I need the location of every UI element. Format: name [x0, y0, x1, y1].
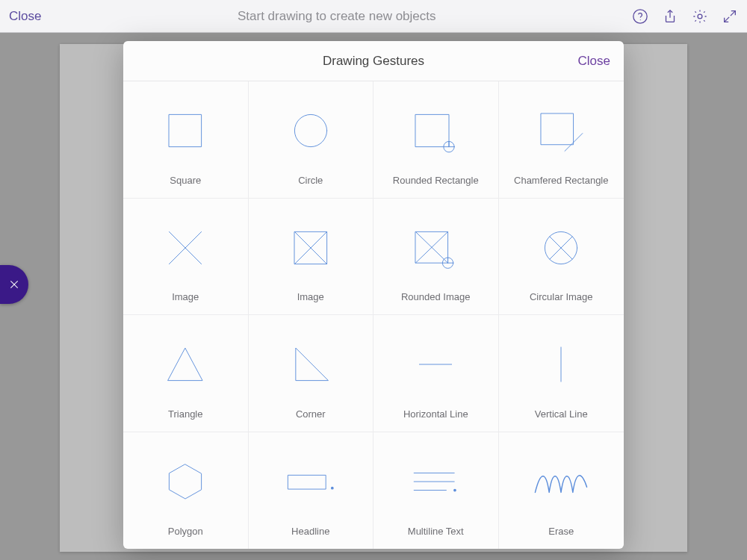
svg-point-33	[331, 487, 334, 490]
share-icon[interactable]	[662, 8, 678, 25]
expand-icon[interactable]	[722, 8, 738, 25]
gesture-label: Vertical Line	[535, 408, 588, 420]
svg-rect-32	[288, 476, 326, 490]
gesture-cell-image-boxed[interactable]: Image	[249, 199, 374, 316]
toolbar-right-icons	[632, 8, 738, 25]
gesture-cell-horizontal-line[interactable]: Horizontal Line	[374, 315, 499, 432]
gesture-cell-triangle[interactable]: Triangle	[123, 315, 249, 432]
gesture-cell-square[interactable]: Square	[123, 81, 249, 199]
gesture-cell-vertical-line[interactable]: Vertical Line	[499, 315, 624, 432]
gesture-label: Circle	[298, 175, 323, 186]
svg-rect-11	[542, 113, 574, 145]
gesture-cell-circle[interactable]: Circle	[249, 81, 374, 199]
svg-marker-27	[168, 349, 202, 381]
erase-icon	[505, 443, 619, 522]
circular-image-icon	[505, 209, 619, 287]
chamfered-rectangle-icon	[505, 92, 619, 170]
horizontal-line-icon	[379, 326, 492, 404]
svg-rect-5	[170, 115, 202, 147]
modal-close-button[interactable]: Close	[578, 41, 610, 81]
modal-header: Drawing Gestures Close	[123, 41, 624, 81]
gesture-label: Polygon	[168, 526, 203, 537]
multiline-text-icon	[379, 443, 492, 522]
polygon-icon	[129, 443, 242, 522]
circle-icon	[255, 92, 368, 170]
corner-icon	[255, 326, 368, 404]
headline-icon	[255, 443, 368, 522]
gesture-label: Rounded Rectangle	[393, 175, 479, 186]
gesture-label: Image	[172, 291, 199, 302]
gesture-label: Horizontal Line	[403, 408, 468, 420]
vertical-line-icon	[505, 326, 619, 404]
gesture-cell-polygon[interactable]: Polygon	[123, 432, 249, 550]
gesture-cell-image-x[interactable]: Image	[123, 199, 249, 316]
gesture-cell-corner[interactable]: Corner	[249, 315, 374, 432]
rounded-image-icon	[379, 209, 492, 287]
help-icon[interactable]	[632, 8, 648, 25]
gesture-label: Image	[297, 291, 324, 302]
square-icon	[129, 92, 242, 170]
rounded-rectangle-icon	[379, 92, 492, 170]
gesture-label: Corner	[296, 408, 326, 420]
triangle-icon	[129, 326, 242, 404]
gesture-cell-erase[interactable]: Erase	[499, 432, 624, 550]
gesture-cell-circular-image[interactable]: Circular Image	[499, 199, 624, 316]
gesture-cell-multiline-text[interactable]: Multiline Text	[374, 432, 499, 550]
gesture-label: Multiline Text	[408, 526, 464, 537]
image-boxed-icon	[255, 209, 368, 287]
gesture-label: Circular Image	[530, 291, 593, 302]
gesture-label: Rounded Image	[401, 291, 471, 302]
image-x-icon	[129, 209, 242, 287]
svg-rect-7	[416, 115, 450, 147]
gesture-label: Square	[170, 175, 201, 186]
svg-marker-31	[170, 464, 202, 499]
svg-point-37	[453, 489, 456, 492]
svg-point-0	[633, 9, 647, 22]
gesture-cell-rounded-image[interactable]: Rounded Image	[374, 199, 499, 316]
toolbar-title: Start drawing to create new objects	[41, 9, 632, 24]
svg-marker-28	[296, 349, 328, 381]
app-toolbar: Close Start drawing to create new object…	[0, 0, 747, 33]
gesture-cell-headline[interactable]: Headline	[249, 432, 374, 550]
svg-point-1	[640, 19, 641, 20]
gesture-label: Chamfered Rectangle	[514, 175, 608, 186]
gesture-grid: Square Circle Rounded Rectangle	[123, 81, 624, 549]
modal-title: Drawing Gestures	[323, 54, 424, 69]
svg-point-6	[294, 115, 326, 147]
gesture-label: Triangle	[168, 408, 202, 420]
toolbar-close-button[interactable]: Close	[9, 9, 41, 24]
gesture-cell-rounded-rectangle[interactable]: Rounded Rectangle	[374, 81, 499, 199]
svg-point-2	[698, 14, 702, 19]
gear-icon[interactable]	[692, 8, 708, 25]
drawing-gestures-modal: Drawing Gestures Close Square Circle	[123, 41, 624, 549]
gesture-cell-chamfered-rectangle[interactable]: Chamfered Rectangle	[499, 81, 624, 199]
gesture-label: Erase	[548, 526, 574, 537]
gesture-label: Headline	[291, 526, 329, 537]
